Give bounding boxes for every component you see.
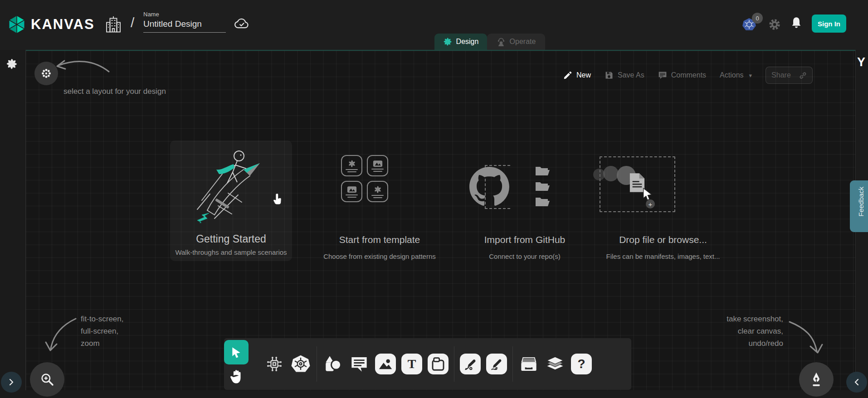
k8s-context-count-badge: 0 [752, 13, 763, 24]
tab-design[interactable]: Design [434, 34, 487, 50]
toolbar-divider [512, 346, 513, 382]
hand-cursor-icon [272, 192, 286, 208]
node-toolbar: T [224, 338, 631, 390]
chevron-down-icon: ▾ [749, 72, 752, 79]
getting-started-title: Getting Started [170, 233, 292, 245]
note-tool[interactable] [428, 354, 449, 374]
bottom-strip [0, 390, 868, 398]
expand-left-panel-button[interactable] [1, 372, 22, 393]
layout-hint-text: select a layout for your design [63, 85, 166, 97]
canvas-action-toolbar: New Save As Comments Actions [563, 67, 813, 84]
getting-started-subtitle: Walk-throughs and sample scenarios [170, 248, 292, 256]
pencil-tool[interactable] [486, 354, 507, 374]
github-octocat-icon [469, 167, 509, 207]
layer5-y-logo[interactable]: Y [857, 55, 865, 69]
select-tool[interactable] [224, 340, 249, 364]
shapes-tool[interactable] [322, 354, 343, 374]
arrow-cursor-icon [642, 188, 654, 200]
image-tool[interactable] [375, 354, 396, 374]
text-tool[interactable]: T [401, 354, 422, 374]
magnifier-plus-icon [40, 372, 54, 387]
layout-bloom-icon [41, 68, 52, 79]
text-tool-glyph: T [408, 357, 416, 371]
pen-tool[interactable] [460, 354, 481, 374]
layers-tool[interactable] [545, 354, 566, 374]
drawing-tools-button[interactable] [799, 362, 834, 397]
name-field-label: Name [143, 11, 159, 18]
comments-label: Comments [671, 71, 706, 79]
screenshot-hint-arrow [786, 318, 824, 359]
template-tile-design-icon [341, 155, 362, 176]
feedback-tab[interactable]: Feedback [850, 180, 868, 232]
card-import-github[interactable]: Import from GitHub Connect to your repo(… [457, 150, 593, 264]
actions-dropdown[interactable]: Actions ▾ [720, 71, 752, 79]
brand-name: KANVAS [31, 16, 95, 33]
new-design-button[interactable]: New [563, 71, 591, 80]
drop-subtitle: Files can be manifests, images, text... [595, 252, 731, 260]
template-tile-design-icon [367, 181, 388, 202]
zoom-hint-arrow [43, 316, 79, 357]
organization-icon[interactable] [105, 15, 122, 35]
kanvas-logo-icon[interactable] [6, 14, 27, 37]
tab-operate-label: Operate [510, 38, 536, 46]
pan-tool[interactable] [226, 365, 246, 388]
sign-in-button[interactable]: Sign In [812, 15, 846, 33]
new-label: New [576, 71, 591, 79]
card-drop-file[interactable]: + Drop file or browse... Files can be ma… [595, 150, 731, 264]
design-spiral-icon [443, 37, 452, 46]
save-as-button[interactable]: Save As [605, 71, 644, 80]
template-title: Start from template [316, 234, 443, 245]
pencil-scribble-icon [489, 357, 504, 371]
comments-button[interactable]: Comments [658, 71, 706, 80]
notifications-bell-icon[interactable] [790, 16, 803, 32]
screenshot-hint-text: take screenshot, clear canvas, undo/redo [661, 313, 783, 349]
breadcrumb-separator: / [131, 15, 134, 30]
drop-title: Drop file or browse... [595, 234, 731, 245]
toolbar-divider [317, 346, 317, 382]
rocket-doodle-illustration [188, 146, 277, 223]
github-title: Import from GitHub [457, 234, 593, 245]
app-window: KANVAS / Name [0, 0, 868, 398]
operate-headset-icon [497, 37, 506, 46]
layers-icon [546, 354, 565, 374]
design-canvas[interactable]: New Save As Comments Actions [26, 50, 855, 390]
comments-bubble-icon [658, 71, 667, 80]
template-tile-image-icon [367, 155, 388, 176]
layout-hint-arrow [51, 54, 112, 82]
comment-tool[interactable] [349, 354, 370, 374]
expand-right-panel-button[interactable] [846, 372, 867, 393]
meshery-spiral-icon[interactable] [6, 58, 18, 72]
mode-tabs: Design Operate [434, 34, 545, 50]
select-cursor-icon [230, 346, 242, 358]
drawer-tool[interactable] [518, 354, 539, 374]
settings-gear-icon[interactable] [768, 18, 781, 33]
kubernetes-tool[interactable] [290, 354, 311, 374]
zoom-hint-text: fit-to-screen, full-screen, zoom [81, 313, 123, 349]
pencil-new-icon [563, 71, 572, 80]
zoom-controls-button[interactable] [30, 362, 64, 397]
components-tool[interactable] [264, 354, 285, 374]
left-strip [0, 50, 26, 398]
hand-pan-icon [229, 369, 243, 384]
card-start-from-template[interactable]: Start from template Choose from existing… [316, 150, 443, 264]
template-subtitle: Choose from existing design patterns [316, 252, 443, 260]
share-label: Share [771, 71, 791, 79]
drag-trail-circle [603, 166, 619, 181]
share-button[interactable]: Share [766, 67, 813, 84]
drawer-icon [520, 355, 538, 373]
shapes-icon [323, 354, 342, 374]
card-getting-started[interactable]: Getting Started Walk-throughs and sample… [170, 141, 292, 261]
kubernetes-wheel-icon [291, 354, 310, 374]
share-link-icon [799, 72, 807, 79]
design-name-input[interactable] [143, 19, 226, 33]
help-tool[interactable]: ? [571, 354, 592, 374]
plus-badge-icon: + [646, 199, 655, 209]
template-tiles [341, 155, 388, 202]
comment-bubble-icon [350, 355, 368, 373]
circuit-chip-icon [265, 355, 283, 373]
help-tool-glyph: ? [577, 357, 585, 371]
pen-path-icon [463, 357, 478, 371]
save-as-label: Save As [618, 71, 644, 79]
chevron-left-icon [853, 379, 860, 386]
tab-operate[interactable]: Operate [487, 34, 545, 50]
